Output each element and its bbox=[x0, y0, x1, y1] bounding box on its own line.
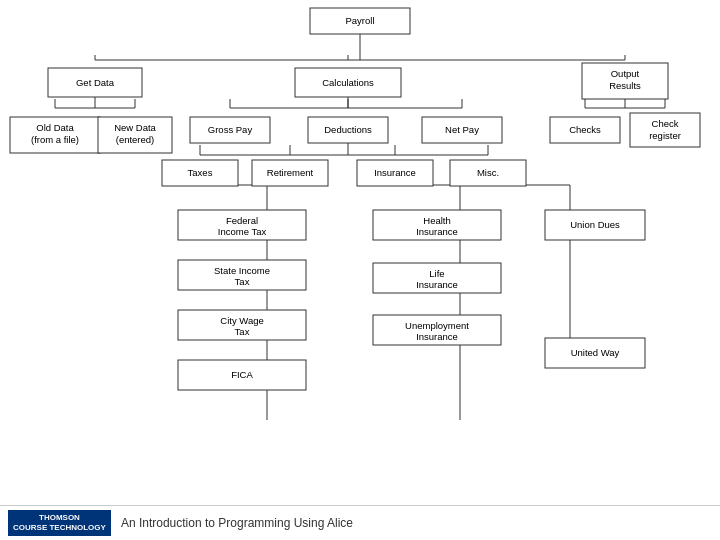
misc-label: Misc. bbox=[477, 167, 499, 178]
federal-income-tax-label: Federal bbox=[226, 215, 258, 226]
health-insurance-label: Health bbox=[423, 215, 450, 226]
gross-pay-label: Gross Pay bbox=[208, 124, 253, 135]
new-data-label: New Data bbox=[114, 122, 156, 133]
old-data-label2: (from a file) bbox=[31, 134, 79, 145]
new-data-label2: (entered) bbox=[116, 134, 155, 145]
federal-income-tax-label2: Income Tax bbox=[218, 226, 267, 237]
united-way-label: United Way bbox=[571, 347, 620, 358]
union-dues-label: Union Dues bbox=[570, 219, 620, 230]
thomson-logo-line2: COURSE TECHNOLOGY bbox=[13, 523, 106, 533]
unemployment-insurance-label2: Insurance bbox=[416, 331, 458, 342]
footer: THOMSON COURSE TECHNOLOGY An Introductio… bbox=[0, 505, 720, 540]
life-insurance-label: Life bbox=[429, 268, 444, 279]
tree-diagram: Payroll Get Data Calculations Output Res… bbox=[0, 0, 720, 505]
thomson-logo: THOMSON COURSE TECHNOLOGY bbox=[8, 510, 111, 535]
thomson-logo-line1: THOMSON bbox=[13, 513, 106, 523]
get-data-label: Get Data bbox=[76, 77, 115, 88]
taxes-label: Taxes bbox=[188, 167, 213, 178]
chart-area: Payroll Get Data Calculations Output Res… bbox=[0, 0, 720, 505]
check-register-label2: register bbox=[649, 130, 681, 141]
output-results-label2: Results bbox=[609, 80, 641, 91]
output-results-label: Output bbox=[611, 68, 640, 79]
state-income-tax-label: State Income bbox=[214, 265, 270, 276]
city-wage-tax-label: City Wage bbox=[220, 315, 263, 326]
net-pay-label: Net Pay bbox=[445, 124, 479, 135]
footer-text: An Introduction to Programming Using Ali… bbox=[121, 516, 353, 530]
insurance-label: Insurance bbox=[374, 167, 416, 178]
city-wage-tax-label2: Tax bbox=[235, 326, 250, 337]
unemployment-insurance-label: Unemployment bbox=[405, 320, 469, 331]
calculations-label: Calculations bbox=[322, 77, 374, 88]
state-income-tax-label2: Tax bbox=[235, 276, 250, 287]
fica-label: FICA bbox=[231, 369, 253, 380]
retirement-label: Retirement bbox=[267, 167, 314, 178]
check-register-label: Check bbox=[652, 118, 679, 129]
health-insurance-label2: Insurance bbox=[416, 226, 458, 237]
deductions-label: Deductions bbox=[324, 124, 372, 135]
checks-label: Checks bbox=[569, 124, 601, 135]
life-insurance-label2: Insurance bbox=[416, 279, 458, 290]
old-data-label: Old Data bbox=[36, 122, 74, 133]
payroll-label: Payroll bbox=[345, 15, 374, 26]
